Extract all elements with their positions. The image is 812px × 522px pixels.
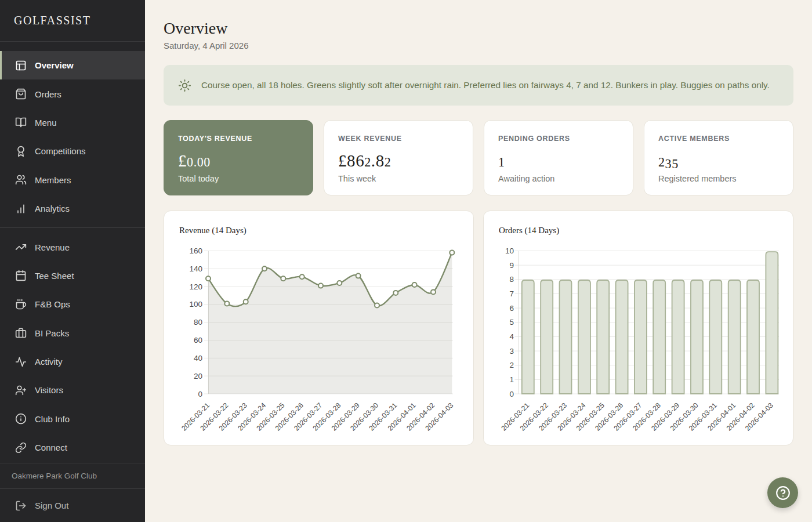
svg-text:140: 140 — [189, 264, 202, 273]
svg-text:8: 8 — [509, 275, 514, 284]
svg-text:60: 60 — [194, 336, 202, 345]
svg-text:10: 10 — [505, 246, 514, 255]
svg-text:7: 7 — [509, 289, 514, 298]
svg-text:20: 20 — [194, 372, 202, 380]
svg-text:40: 40 — [194, 354, 202, 362]
svg-text:0: 0 — [198, 390, 202, 398]
svg-text:120: 120 — [189, 282, 202, 291]
svg-text:9: 9 — [509, 261, 514, 270]
svg-text:160: 160 — [189, 246, 202, 255]
svg-text:1: 1 — [509, 375, 514, 384]
svg-text:6: 6 — [509, 304, 514, 313]
svg-text:2: 2 — [509, 361, 514, 369]
svg-text:0: 0 — [509, 390, 514, 398]
svg-text:80: 80 — [194, 318, 202, 327]
svg-text:5: 5 — [509, 318, 514, 327]
svg-text:100: 100 — [189, 300, 202, 309]
svg-text:3: 3 — [509, 347, 514, 356]
svg-text:4: 4 — [509, 332, 514, 341]
